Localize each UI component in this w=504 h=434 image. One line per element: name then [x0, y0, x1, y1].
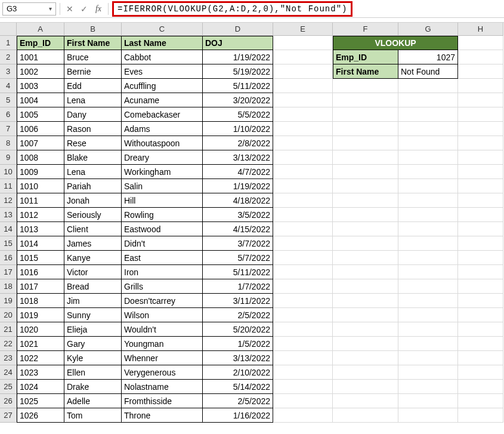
cell-doj-1024[interactable]: 5/14/2022: [203, 380, 273, 394]
cell-E16[interactable]: [273, 251, 333, 265]
formula-input[interactable]: =IFERROR(VLOOKUP(G2,A:D,2,0),"Not Found"…: [112, 1, 353, 17]
vlookup-fn-label[interactable]: First Name: [333, 64, 398, 79]
cell-E6[interactable]: [273, 107, 333, 122]
row-header-7[interactable]: 7: [0, 122, 17, 136]
cell-fn-1010[interactable]: Pariah: [64, 179, 122, 193]
cell-G6[interactable]: [398, 107, 458, 122]
cell-F15[interactable]: [333, 236, 398, 251]
cell-H3[interactable]: [458, 64, 503, 79]
cell-F16[interactable]: [333, 251, 398, 265]
cell-ln-1015[interactable]: East: [122, 251, 203, 265]
cell-ln-1024[interactable]: Nolastname: [122, 380, 203, 394]
vlookup-empid-label[interactable]: Emp_ID: [333, 50, 398, 64]
cell-fn-1001[interactable]: Bruce: [64, 50, 122, 64]
cell-F17[interactable]: [333, 265, 398, 279]
header-first-name[interactable]: First Name: [64, 36, 122, 50]
row-header-15[interactable]: 15: [0, 236, 17, 251]
cell-G25[interactable]: [398, 380, 458, 394]
cell-id-1021[interactable]: 1021: [17, 337, 64, 351]
cell-E2[interactable]: [273, 50, 333, 64]
cell-G8[interactable]: [398, 136, 458, 150]
column-header-C[interactable]: C: [122, 23, 203, 36]
cell-G15[interactable]: [398, 236, 458, 251]
cell-G17[interactable]: [398, 265, 458, 279]
cells-area[interactable]: Emp_IDFirst NameLast NameDOJVLOOKUP1001B…: [17, 36, 503, 423]
row-header-9[interactable]: 9: [0, 150, 17, 165]
cell-H21[interactable]: [458, 322, 503, 337]
cell-doj-1011[interactable]: 4/18/2022: [203, 193, 273, 208]
row-header-8[interactable]: 8: [0, 136, 17, 150]
cell-doj-1017[interactable]: 1/7/2022: [203, 279, 273, 294]
row-header-26[interactable]: 26: [0, 394, 17, 408]
row-header-6[interactable]: 6: [0, 107, 17, 122]
cell-doj-1004[interactable]: 3/20/2022: [203, 93, 273, 107]
cell-E25[interactable]: [273, 380, 333, 394]
cell-H15[interactable]: [458, 236, 503, 251]
cell-fn-1020[interactable]: Elieja: [64, 322, 122, 337]
cell-ln-1022[interactable]: Whenner: [122, 351, 203, 365]
cell-E10[interactable]: [273, 165, 333, 179]
row-header-18[interactable]: 18: [0, 279, 17, 294]
cell-doj-1022[interactable]: 3/13/2022: [203, 351, 273, 365]
cell-id-1003[interactable]: 1003: [17, 79, 64, 93]
cell-doj-1010[interactable]: 1/19/2022: [203, 179, 273, 193]
row-header-14[interactable]: 14: [0, 222, 17, 236]
cell-F4[interactable]: [333, 79, 398, 93]
cell-ln-1002[interactable]: Eves: [122, 64, 203, 79]
cell-G9[interactable]: [398, 150, 458, 165]
row-header-17[interactable]: 17: [0, 265, 17, 279]
cell-G27[interactable]: [398, 408, 458, 423]
cell-ln-1009[interactable]: Workingham: [122, 165, 203, 179]
cell-H23[interactable]: [458, 351, 503, 365]
cell-E4[interactable]: [273, 79, 333, 93]
cell-doj-1021[interactable]: 1/5/2022: [203, 337, 273, 351]
select-all-corner[interactable]: [0, 23, 17, 36]
cell-F22[interactable]: [333, 337, 398, 351]
cell-G21[interactable]: [398, 322, 458, 337]
cell-H24[interactable]: [458, 365, 503, 380]
cell-E20[interactable]: [273, 308, 333, 322]
cell-H1[interactable]: [458, 36, 503, 50]
cell-ln-1017[interactable]: Grills: [122, 279, 203, 294]
cell-id-1024[interactable]: 1024: [17, 380, 64, 394]
cell-fn-1025[interactable]: Adelle: [64, 394, 122, 408]
row-header-11[interactable]: 11: [0, 179, 17, 193]
column-header-B[interactable]: B: [64, 23, 122, 36]
cell-H19[interactable]: [458, 294, 503, 308]
row-header-13[interactable]: 13: [0, 208, 17, 222]
cell-E26[interactable]: [273, 394, 333, 408]
cell-doj-1001[interactable]: 1/19/2022: [203, 50, 273, 64]
cell-G11[interactable]: [398, 179, 458, 193]
cell-H13[interactable]: [458, 208, 503, 222]
cell-id-1015[interactable]: 1015: [17, 251, 64, 265]
cell-H25[interactable]: [458, 380, 503, 394]
cell-fn-1005[interactable]: Dany: [64, 107, 122, 122]
cell-E23[interactable]: [273, 351, 333, 365]
cell-fn-1011[interactable]: Jonah: [64, 193, 122, 208]
row-header-24[interactable]: 24: [0, 365, 17, 380]
row-header-16[interactable]: 16: [0, 251, 17, 265]
cell-H20[interactable]: [458, 308, 503, 322]
cell-G13[interactable]: [398, 208, 458, 222]
cell-doj-1016[interactable]: 5/11/2022: [203, 265, 273, 279]
cell-G7[interactable]: [398, 122, 458, 136]
cell-id-1023[interactable]: 1023: [17, 365, 64, 380]
cell-F25[interactable]: [333, 380, 398, 394]
cell-F8[interactable]: [333, 136, 398, 150]
vlookup-title[interactable]: VLOOKUP: [333, 36, 458, 50]
cell-id-1025[interactable]: 1025: [17, 394, 64, 408]
cell-ln-1004[interactable]: Acuname: [122, 93, 203, 107]
cell-doj-1013[interactable]: 4/15/2022: [203, 222, 273, 236]
cell-F21[interactable]: [333, 322, 398, 337]
column-header-H[interactable]: H: [458, 23, 503, 36]
cell-fn-1007[interactable]: Rese: [64, 136, 122, 150]
cell-H9[interactable]: [458, 150, 503, 165]
cell-id-1008[interactable]: 1008: [17, 150, 64, 165]
cell-fn-1016[interactable]: Victor: [64, 265, 122, 279]
cell-E12[interactable]: [273, 193, 333, 208]
cell-E19[interactable]: [273, 294, 333, 308]
cell-ln-1010[interactable]: Salin: [122, 179, 203, 193]
cell-F12[interactable]: [333, 193, 398, 208]
row-header-23[interactable]: 23: [0, 351, 17, 365]
row-header-2[interactable]: 2: [0, 50, 17, 64]
